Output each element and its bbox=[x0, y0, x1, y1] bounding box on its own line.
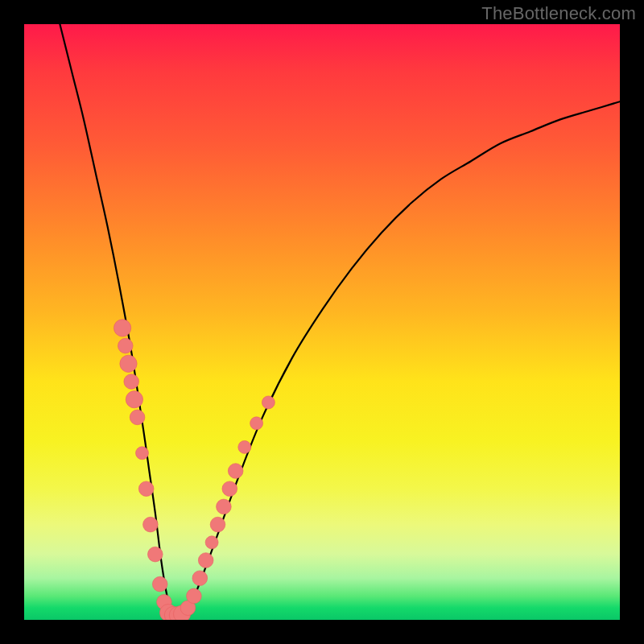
scatter-marker bbox=[210, 517, 225, 532]
scatter-markers bbox=[114, 320, 275, 620]
scatter-marker bbox=[136, 447, 149, 460]
scatter-marker bbox=[228, 464, 243, 479]
scatter-marker bbox=[124, 374, 139, 390]
scatter-marker bbox=[126, 391, 142, 408]
scatter-marker bbox=[187, 588, 202, 604]
scatter-marker bbox=[120, 355, 137, 372]
scatter-marker bbox=[250, 417, 263, 430]
scatter-marker bbox=[222, 481, 237, 497]
scatter-marker bbox=[217, 499, 232, 514]
watermark-text: TheBottleneck.com bbox=[481, 3, 636, 24]
scatter-marker bbox=[114, 320, 130, 336]
scatter-marker bbox=[198, 553, 213, 568]
scatter-marker bbox=[192, 571, 208, 586]
scatter-marker bbox=[205, 536, 218, 549]
plot-area bbox=[24, 24, 620, 620]
bottleneck-curve-svg bbox=[24, 24, 620, 620]
scatter-marker bbox=[238, 440, 251, 453]
scatter-marker bbox=[147, 547, 163, 562]
scatter-marker bbox=[152, 576, 167, 592]
scatter-marker bbox=[138, 481, 154, 497]
scatter-marker bbox=[143, 517, 159, 532]
scatter-marker bbox=[118, 338, 133, 353]
scatter-marker bbox=[130, 410, 145, 425]
chart-frame: TheBottleneck.com bbox=[0, 0, 644, 644]
scatter-marker bbox=[262, 396, 275, 409]
